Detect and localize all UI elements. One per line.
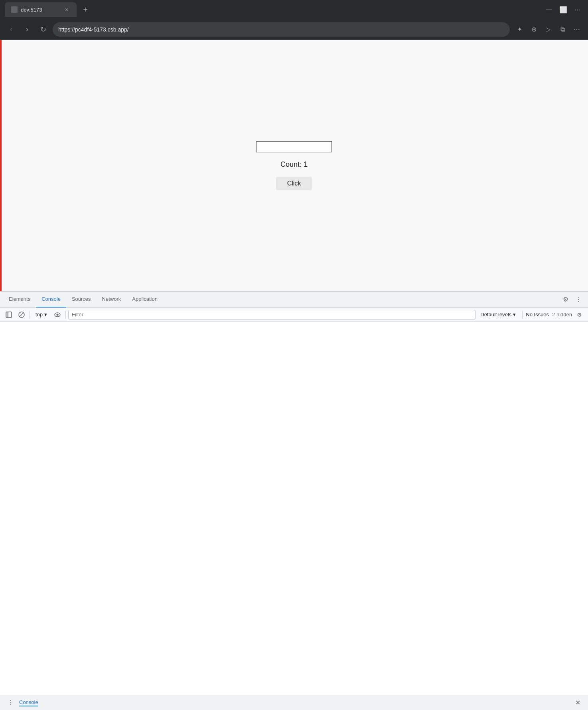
toolbar-separator-2 bbox=[65, 311, 66, 319]
tab-sources[interactable]: Sources bbox=[66, 292, 97, 308]
toolbar-separator-3 bbox=[522, 311, 523, 319]
tab-application[interactable]: Application bbox=[126, 292, 163, 308]
maximize-button[interactable]: ⬜ bbox=[558, 4, 569, 15]
back-button[interactable]: ‹ bbox=[5, 23, 18, 36]
console-settings-button[interactable]: ⚙ bbox=[574, 309, 585, 320]
filter-input[interactable] bbox=[68, 310, 476, 320]
clear-icon bbox=[18, 312, 25, 318]
sidebar-icon bbox=[6, 312, 12, 318]
console-toolbar: top ▾ Default levels ▾ No Issues 2 hidde… bbox=[0, 308, 588, 322]
console-body bbox=[0, 322, 588, 695]
tab-network[interactable]: Network bbox=[97, 292, 127, 308]
devtools-tabs-bar: Elements Console Sources Network Applica… bbox=[0, 292, 588, 308]
no-issues-label: No Issues bbox=[526, 312, 549, 318]
title-bar: dev:5173 × + — ⬜ ⋯ bbox=[0, 0, 588, 19]
nav-bar: ‹ › ↻ https://pc4df4-5173.csb.app/ ✦ ⊕ ▷… bbox=[0, 19, 588, 40]
title-bar-controls: — ⬜ ⋯ bbox=[543, 4, 583, 15]
address-bar[interactable]: https://pc4df4-5173.csb.app/ bbox=[53, 22, 510, 37]
default-levels-button[interactable]: Default levels ▾ bbox=[477, 310, 519, 319]
tab-console[interactable]: Console bbox=[36, 292, 66, 308]
devtools-panel: Elements Console Sources Network Applica… bbox=[0, 291, 588, 710]
bottom-close-button[interactable]: ✕ bbox=[572, 697, 583, 708]
context-selector[interactable]: top ▾ bbox=[32, 311, 50, 318]
context-label: top bbox=[36, 312, 43, 318]
tab-elements[interactable]: Elements bbox=[3, 292, 36, 308]
tab-title: dev:5173 bbox=[21, 7, 60, 13]
svg-line-4 bbox=[20, 313, 24, 317]
minimize-button[interactable]: — bbox=[543, 4, 554, 15]
eye-icon bbox=[54, 312, 61, 317]
click-button[interactable]: Click bbox=[276, 177, 312, 190]
app-text-input[interactable] bbox=[256, 141, 332, 152]
nav-more-button[interactable]: ⋯ bbox=[570, 23, 583, 36]
default-levels-label: Default levels bbox=[480, 312, 511, 318]
browser-frame: dev:5173 × + — ⬜ ⋯ ‹ › ↻ https://pc4df4-… bbox=[0, 0, 588, 710]
more-button[interactable]: ⋯ bbox=[572, 4, 583, 15]
clear-console-button[interactable] bbox=[16, 309, 27, 320]
tab-close-button[interactable]: × bbox=[63, 6, 70, 13]
tab-favicon bbox=[11, 6, 18, 13]
svg-point-6 bbox=[57, 314, 59, 316]
bottom-more-button[interactable]: ⋮ bbox=[5, 697, 16, 708]
devtools-more-button[interactable]: ⋮ bbox=[572, 293, 585, 306]
bottom-tab-label[interactable]: Console bbox=[19, 699, 38, 706]
hidden-count-label: 2 hidden bbox=[552, 312, 572, 318]
red-accent-bar bbox=[0, 40, 2, 291]
split-button[interactable]: ⧉ bbox=[556, 23, 569, 36]
levels-dropdown-arrow: ▾ bbox=[513, 312, 516, 318]
pin-button[interactable]: ✦ bbox=[513, 23, 526, 36]
bottom-bar: ⋮ Console ✕ bbox=[0, 695, 588, 710]
app-content: Count: 1 Click bbox=[256, 141, 332, 190]
toolbar-separator-1 bbox=[30, 311, 30, 319]
nav-actions: ✦ ⊕ ▷ ⧉ ⋯ bbox=[513, 23, 583, 36]
reload-button[interactable]: ↻ bbox=[37, 23, 49, 36]
forward-button[interactable]: › bbox=[21, 23, 34, 36]
app-count-display: Count: 1 bbox=[280, 160, 308, 169]
tab-area: dev:5173 × + bbox=[5, 2, 540, 17]
cast-button[interactable]: ▷ bbox=[542, 23, 554, 36]
location-button[interactable]: ⊕ bbox=[527, 23, 540, 36]
url-text: https://pc4df4-5173.csb.app/ bbox=[58, 26, 504, 33]
viewport: Count: 1 Click bbox=[0, 40, 588, 291]
sidebar-toggle-button[interactable] bbox=[3, 309, 14, 320]
context-arrow: ▾ bbox=[44, 312, 47, 318]
devtools-settings-button[interactable]: ⚙ bbox=[559, 293, 572, 306]
active-tab[interactable]: dev:5173 × bbox=[5, 2, 77, 17]
eye-button[interactable] bbox=[52, 309, 63, 320]
new-tab-button[interactable]: + bbox=[80, 4, 91, 15]
